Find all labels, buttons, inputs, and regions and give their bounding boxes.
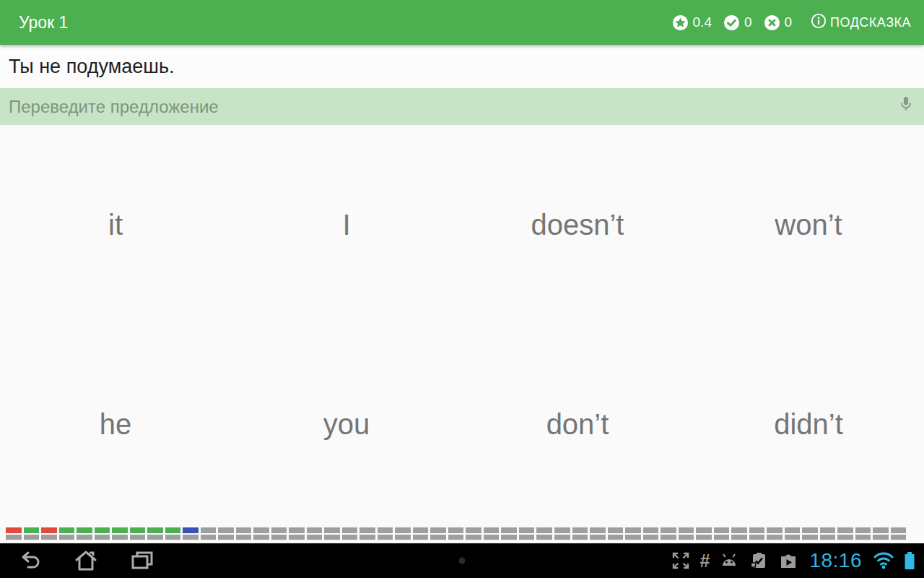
progress-segment (785, 527, 801, 533)
stat-stars: 0.4 (672, 14, 712, 31)
hash-icon: # (700, 552, 710, 570)
progress-row-track (6, 535, 906, 540)
progress-segment (731, 535, 747, 540)
progress-segment (77, 527, 92, 533)
progress-segment (77, 535, 92, 540)
progress-segment (625, 527, 641, 533)
microphone-icon[interactable] (898, 95, 914, 118)
progress-segment (130, 527, 146, 533)
progress-segment (430, 535, 446, 540)
progress-segment (643, 535, 659, 540)
progress-segment (41, 527, 57, 533)
progress-segment (218, 535, 234, 540)
home-icon[interactable] (74, 549, 98, 572)
progress-segment (749, 527, 765, 533)
nav-buttons (19, 549, 154, 572)
word-row-2: heyoudon’tdidn’t (0, 408, 924, 440)
menu-dot (459, 558, 466, 564)
source-sentence: Ты не подумаешь. (9, 56, 174, 78)
answer-input-placeholder: Переведите предложение (9, 97, 219, 117)
progress-segment (820, 527, 836, 533)
status-tray[interactable]: # (671, 549, 924, 572)
word-tile[interactable]: he (0, 408, 231, 440)
word-tile[interactable]: it (0, 209, 231, 241)
progress-segment (165, 527, 181, 533)
progress-segment (590, 535, 606, 540)
progress-segment (112, 535, 128, 540)
progress-segment (785, 535, 801, 540)
hint-button[interactable]: ПОДСКАЗКА (811, 13, 911, 33)
progress-segment (661, 527, 676, 533)
progress-segment (378, 535, 393, 540)
progress-segment (395, 527, 411, 533)
progress-segment (183, 527, 199, 533)
battery-icon (904, 551, 915, 571)
progress-segment (714, 527, 730, 533)
progress-segment (837, 527, 853, 533)
progress-segment (289, 535, 305, 540)
progress-segment (767, 535, 783, 540)
progress-segment (307, 535, 323, 540)
check-icon (723, 14, 740, 31)
answer-input[interactable]: Переведите предложение (0, 88, 924, 125)
progress-segment (359, 527, 375, 533)
stat-stars-value: 0.4 (693, 14, 712, 30)
progress-segment (24, 535, 40, 540)
progress-segment (6, 527, 22, 533)
progress-segment (95, 535, 110, 540)
progress-segment (873, 527, 889, 533)
progress-segment (271, 527, 287, 533)
word-tile[interactable]: doesn’t (462, 209, 693, 241)
progress-row-results (6, 527, 906, 533)
progress-segment (24, 527, 40, 533)
info-icon (811, 13, 827, 33)
back-icon[interactable] (19, 549, 42, 572)
progress-segment (147, 527, 163, 533)
progress-segment (572, 535, 588, 540)
progress-segment (59, 535, 75, 540)
progress-segment (466, 535, 481, 540)
progress-segment (307, 527, 323, 533)
stat-correct: 0 (723, 14, 752, 31)
progress-segment (448, 527, 464, 533)
progress-segment (324, 535, 340, 540)
recents-icon[interactable] (130, 549, 154, 572)
progress-segment (236, 535, 252, 540)
word-tile[interactable]: didn’t (693, 408, 924, 440)
progress-segment (873, 535, 889, 540)
word-tile[interactable]: you (231, 408, 462, 440)
fullscreen-icon (671, 551, 691, 571)
progress-segment (767, 527, 783, 533)
progress-segment (608, 535, 624, 540)
app-screen: Урок 1 0.4 0 (0, 0, 924, 578)
progress-segment (802, 527, 818, 533)
progress-segment (147, 535, 163, 540)
word-tile[interactable]: I (231, 209, 462, 241)
progress-segment (378, 527, 393, 533)
appbar-stats: 0.4 0 0 (661, 13, 911, 33)
cross-icon (764, 14, 780, 31)
system-bar: # (0, 543, 924, 578)
progress-segment (6, 535, 22, 540)
progress-segment (572, 527, 588, 533)
progress-segment (218, 527, 234, 533)
progress-segment (519, 527, 535, 533)
progress-segment (519, 535, 535, 540)
word-tile[interactable]: don’t (462, 408, 693, 440)
progress-segment (342, 535, 358, 540)
progress-segment (324, 527, 340, 533)
progress-segment (554, 535, 570, 540)
progress-segment (165, 535, 181, 540)
clock: 18:16 (809, 549, 862, 572)
word-tile[interactable]: won’t (693, 209, 924, 241)
progress-segment (253, 527, 269, 533)
progress-segment (590, 527, 606, 533)
progress-segment (696, 527, 712, 533)
progress-segment (95, 527, 110, 533)
stat-wrong: 0 (764, 14, 793, 31)
progress-segment (837, 535, 853, 540)
progress-segment (714, 535, 730, 540)
progress-segment (413, 527, 429, 533)
progress-segment (891, 535, 907, 540)
progress-segment (608, 527, 624, 533)
